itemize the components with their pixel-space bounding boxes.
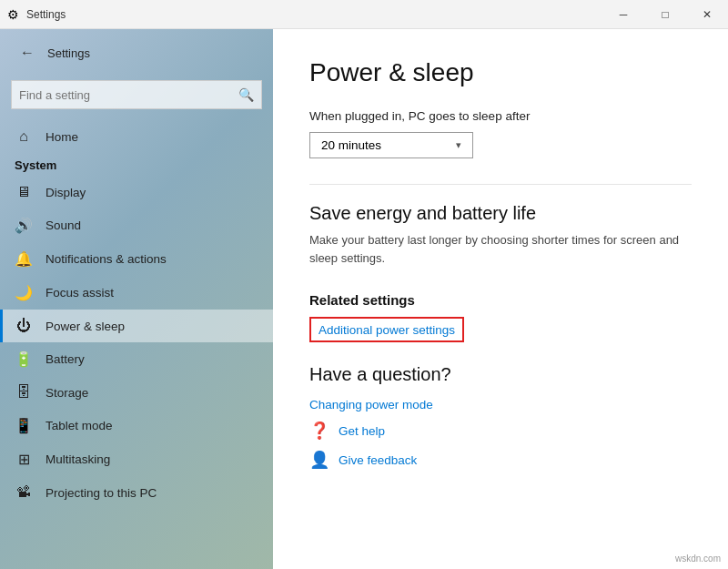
sidebar-item-power[interactable]: ⏻ Power & sleep: [0, 310, 273, 342]
sidebar-nav-top: ← Settings: [0, 29, 273, 76]
tablet-icon: 📱: [15, 417, 33, 434]
tablet-label: Tablet mode: [46, 419, 113, 432]
notifications-icon: 🔔: [15, 250, 33, 268]
additional-power-link[interactable]: Additional power settings: [318, 323, 455, 337]
sidebar-item-sound[interactable]: 🔊 Sound: [0, 208, 273, 242]
multitasking-icon: ⊞: [15, 451, 33, 468]
additional-power-highlight-box: Additional power settings: [309, 317, 464, 342]
sleep-setting-group: When plugged in, PC goes to sleep after …: [309, 109, 692, 158]
power-label: Power & sleep: [46, 320, 125, 333]
projecting-label: Projecting to this PC: [46, 486, 157, 500]
feedback-icon: 👤: [309, 450, 329, 470]
search-box[interactable]: 🔍: [11, 80, 262, 109]
power-icon: ⏻: [15, 318, 33, 334]
title-bar-left: ⚙ Settings: [7, 7, 66, 22]
sidebar-item-tablet[interactable]: 📱 Tablet mode: [0, 409, 273, 442]
dropdown-arrow-icon: ▾: [456, 139, 461, 151]
page-title: Power & sleep: [309, 58, 692, 87]
minimize-button[interactable]: ─: [602, 0, 644, 29]
focus-label: Focus assist: [46, 286, 114, 300]
search-input[interactable]: [19, 88, 238, 102]
home-icon: ⌂: [15, 128, 33, 145]
title-bar: ⚙ Settings ─ □ ✕: [0, 0, 728, 29]
sidebar-item-focus[interactable]: 🌙 Focus assist: [0, 276, 273, 310]
related-settings-title: Related settings: [309, 292, 692, 308]
sidebar: ← Settings 🔍 ⌂ Home System 🖥 Display 🔊 S…: [0, 29, 273, 569]
battery-icon: 🔋: [15, 351, 33, 368]
sidebar-item-home[interactable]: ⌂ Home: [0, 120, 273, 153]
sidebar-item-battery[interactable]: 🔋 Battery: [0, 342, 273, 376]
sidebar-item-multitasking[interactable]: ⊞ Multitasking: [0, 442, 273, 476]
get-help-link[interactable]: Get help: [339, 424, 385, 438]
sleep-dropdown[interactable]: 20 minutes ▾: [309, 132, 473, 158]
battery-label: Battery: [46, 352, 85, 366]
save-energy-title: Save energy and battery life: [309, 203, 692, 224]
divider-1: [309, 184, 692, 185]
notifications-label: Notifications & actions: [46, 252, 167, 266]
home-label: Home: [46, 130, 78, 144]
display-icon: 🖥: [15, 184, 33, 200]
sidebar-nav-title: Settings: [47, 46, 90, 60]
save-energy-group: Save energy and battery life Make your b…: [309, 203, 692, 267]
sound-label: Sound: [46, 218, 81, 232]
app-body: ← Settings 🔍 ⌂ Home System 🖥 Display 🔊 S…: [0, 29, 728, 569]
storage-icon: 🗄: [15, 384, 33, 401]
sleep-dropdown-value: 20 minutes: [321, 138, 381, 152]
back-button[interactable]: ←: [15, 40, 40, 66]
sound-icon: 🔊: [15, 217, 33, 234]
feedback-item: 👤 Give feedback: [309, 450, 692, 470]
sidebar-item-notifications[interactable]: 🔔 Notifications & actions: [0, 242, 273, 276]
sidebar-section-label: System: [0, 153, 273, 176]
sidebar-item-projecting[interactable]: 📽 Projecting to this PC: [0, 476, 273, 509]
save-energy-desc: Make your battery last longer by choosin…: [309, 231, 692, 267]
get-help-item: ❓ Get help: [309, 421, 692, 441]
title-bar-controls: ─ □ ✕: [602, 0, 728, 29]
display-label: Display: [46, 186, 86, 199]
search-icon: 🔍: [238, 87, 254, 102]
content-area: Power & sleep When plugged in, PC goes t…: [273, 29, 728, 569]
close-button[interactable]: ✕: [686, 0, 728, 29]
storage-label: Storage: [46, 386, 88, 400]
projecting-icon: 📽: [15, 484, 33, 501]
title-bar-title: Settings: [26, 8, 66, 21]
sleep-label: When plugged in, PC goes to sleep after: [309, 109, 692, 123]
changing-power-item: Changing power mode: [309, 398, 692, 412]
get-help-icon: ❓: [309, 421, 329, 441]
sidebar-item-display[interactable]: 🖥 Display: [0, 176, 273, 208]
watermark: wskdn.com: [675, 554, 721, 564]
multitasking-label: Multitasking: [46, 452, 110, 466]
app-icon: ⚙: [7, 7, 19, 22]
changing-power-link[interactable]: Changing power mode: [309, 398, 433, 412]
feedback-link[interactable]: Give feedback: [339, 453, 417, 467]
focus-icon: 🌙: [15, 284, 33, 301]
maximize-button[interactable]: □: [644, 0, 686, 29]
have-question-title: Have a question?: [309, 364, 692, 385]
sidebar-item-storage[interactable]: 🗄 Storage: [0, 376, 273, 409]
have-question-section: Have a question? Changing power mode ❓ G…: [309, 364, 692, 470]
related-settings-section: Related settings Additional power settin…: [309, 292, 692, 342]
